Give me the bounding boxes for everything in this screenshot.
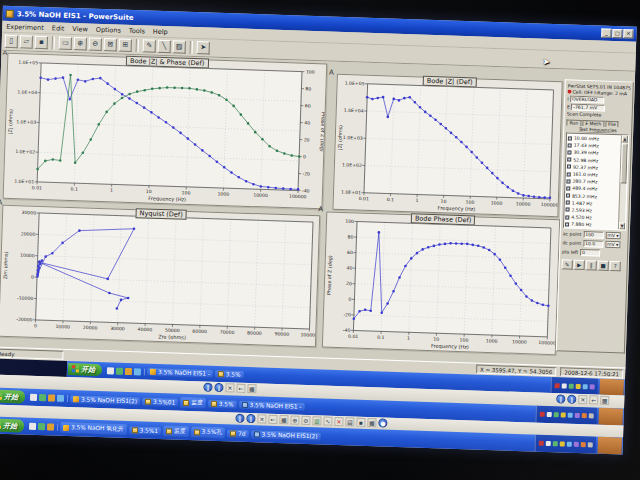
checkbox-icon[interactable] [566, 194, 570, 198]
menu-item-options[interactable]: Options [96, 25, 121, 34]
tray-icon[interactable] [575, 413, 580, 418]
quick-launch-icon[interactable] [134, 368, 141, 375]
quick-launch-icon[interactable] [38, 423, 45, 430]
toolbar-button[interactable]: ▨ [173, 40, 186, 53]
tray-icon[interactable] [568, 413, 573, 418]
panel-button[interactable]: ✎ [562, 259, 573, 269]
quick-launch-icon[interactable] [107, 367, 114, 374]
tray-icon[interactable] [560, 441, 565, 446]
chart-title[interactable]: Nyquist (Def) [135, 208, 186, 220]
toolbar-button[interactable]: ▭ [59, 37, 72, 50]
tray-icon[interactable] [576, 383, 581, 388]
toolbar-button[interactable]: ⊠ [104, 38, 117, 51]
menu-item-view[interactable]: View [72, 24, 88, 33]
toolbar-button[interactable]: ▯ [5, 35, 18, 48]
tab-e-meth[interactable]: E Meth [582, 120, 604, 127]
checkbox-icon[interactable] [568, 136, 572, 140]
chart-canvas[interactable]: 0.010.11101001000100001000001.0E+051.0E+… [333, 75, 561, 216]
arrow-left-icon[interactable]: ← [236, 384, 245, 393]
quick-launch-icon[interactable] [39, 394, 46, 401]
field-input[interactable]: 0 [580, 249, 600, 257]
quick-launch-icon[interactable] [116, 367, 123, 374]
chart-canvas[interactable]: 0.010.11101001000100001000001.0E+051.0E+… [4, 54, 327, 208]
checkbox-icon[interactable] [566, 179, 570, 183]
panel-button[interactable]: ■ [598, 261, 609, 271]
tray-icon[interactable] [561, 412, 566, 417]
pause-icon[interactable]: ∥ [556, 394, 565, 403]
taskbar-task-button[interactable]: 3.5% [215, 370, 244, 379]
panel-button[interactable]: ▶ [574, 260, 585, 270]
checkbox-icon[interactable] [567, 158, 571, 162]
toolbar-button[interactable]: ⊞ [119, 39, 132, 52]
chart-bar-icon[interactable]: ▥ [312, 416, 321, 425]
close-icon[interactable]: ✕ [257, 414, 266, 423]
taskbar-task-button[interactable]: 3.5% NaOH 氧化升 [60, 422, 127, 435]
tray-icon[interactable] [540, 412, 545, 417]
quick-launch-icon[interactable] [30, 394, 37, 401]
tab-run[interactable]: Run [566, 119, 581, 125]
quick-launch-icon[interactable] [125, 367, 132, 374]
close-button[interactable]: ✕ [623, 29, 633, 38]
taskbar-task-button[interactable]: 3.5% [208, 399, 237, 408]
menu-item-tools[interactable]: Tools [129, 26, 145, 35]
taskbar-task-button[interactable]: 3.5% NaOH EIS1(2) [70, 395, 140, 405]
chart-title[interactable]: Bode Phase (Def) [411, 213, 476, 225]
start-button[interactable]: 开始 [0, 389, 25, 404]
taskbar-task-button[interactable]: 监度 [180, 397, 206, 409]
scroll-thumb[interactable] [620, 143, 627, 183]
tab-file[interactable]: File [605, 121, 619, 127]
toolbar-button[interactable]: ╲ [158, 40, 171, 53]
scroll-up-arrow[interactable]: ▲ [622, 135, 628, 142]
toolbar-button[interactable]: ➤ [197, 41, 210, 54]
tray-icon[interactable] [567, 442, 572, 447]
quick-launch-icon[interactable] [57, 395, 64, 402]
pause-icon[interactable]: ∥ [203, 383, 212, 392]
zoom-out-icon[interactable]: ⊖ [301, 416, 310, 425]
monitor-icon[interactable]: ▦ [600, 396, 609, 405]
checkbox-icon[interactable] [567, 165, 571, 169]
chart-window-nyquist[interactable]: Nyquist (Def) 01000020000300004000050000… [0, 205, 320, 347]
menu-item-experiment[interactable]: Experiment [6, 22, 44, 31]
quick-launch-icon[interactable] [29, 423, 36, 430]
monitor-icon[interactable]: ▦ [367, 418, 376, 427]
arrow-left-icon[interactable]: ← [268, 415, 277, 424]
close-icon[interactable]: ✕ [578, 395, 587, 404]
field-input[interactable]: 100 [583, 231, 603, 239]
tray-icon[interactable] [553, 441, 558, 446]
test-frequency-list[interactable]: 10.00 mHz17.43 mHz30.39 mHz52.98 mHz92.3… [563, 132, 629, 230]
quick-launch-icon[interactable] [47, 423, 54, 430]
tray-icon[interactable] [539, 441, 544, 446]
tray-icon[interactable] [562, 383, 567, 388]
tray-icon[interactable] [589, 413, 594, 418]
checkbox-icon[interactable] [567, 172, 571, 176]
clipboard-icon[interactable]: ▤ [345, 417, 354, 426]
tray-icon[interactable] [554, 412, 559, 417]
start-button[interactable]: 开始 [0, 418, 24, 433]
pause-icon[interactable]: ∥ [246, 414, 255, 423]
zoom-in-icon[interactable]: ⊕ [290, 415, 299, 424]
maximize-button[interactable]: □ [612, 29, 622, 38]
close-red-icon[interactable]: ✕ [334, 417, 343, 426]
monitor-icon[interactable]: ▦ [279, 415, 288, 424]
taskbar-task-button[interactable]: 3.5% NaOH EIS1(2) [250, 430, 320, 440]
checkbox-icon[interactable] [566, 186, 570, 190]
monitor-icon[interactable]: ▦ [247, 384, 256, 393]
field-input[interactable]: 10.0 [583, 240, 603, 248]
start-button[interactable]: 开始 [68, 363, 102, 377]
panel-button[interactable]: ∥ [586, 260, 597, 270]
checkbox-icon[interactable] [565, 208, 569, 212]
tray-icon[interactable] [547, 412, 552, 417]
taskbar-task-button[interactable]: 3.5% NaOH EIS1 - [238, 400, 304, 410]
tray-icon[interactable] [555, 383, 560, 388]
tray-icon[interactable] [582, 413, 587, 418]
checkbox-icon[interactable] [566, 201, 570, 205]
pause-icon[interactable]: ∥ [567, 395, 576, 404]
checkbox-icon[interactable] [567, 150, 571, 154]
close-icon[interactable]: ✕ [225, 383, 234, 392]
tray-icon[interactable] [583, 384, 588, 389]
chart-line-icon[interactable]: ∿ [323, 417, 332, 426]
chart-window-bode-phase[interactable]: Bode Phase (Def) 0.010.11101001000100001… [322, 212, 560, 356]
toolbar-button[interactable]: ✎ [143, 39, 156, 52]
tray-icon[interactable] [546, 441, 551, 446]
checkbox-icon[interactable] [568, 143, 572, 147]
